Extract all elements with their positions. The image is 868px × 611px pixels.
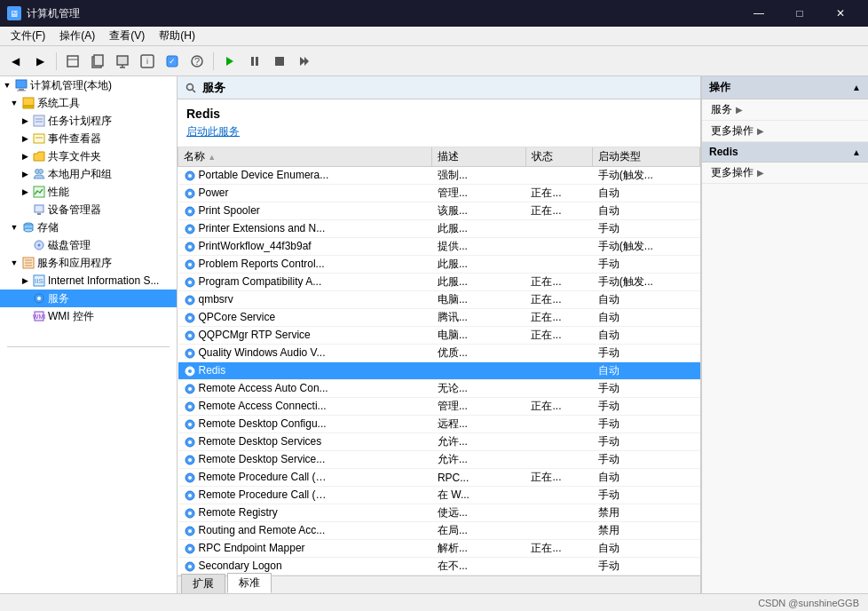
expand-icon-root[interactable]: ▼ (2, 80, 12, 91)
table-row[interactable]: Remote Access Connecti...管理...正在...手动 (178, 398, 700, 416)
svg-text:i: i (146, 57, 148, 66)
toolbar-separator-2 (213, 52, 214, 70)
action-label: 服务 (711, 102, 732, 117)
menu-help[interactable]: 帮助(H) (152, 27, 202, 45)
table-row[interactable]: Remote Registry使远...禁用 (178, 504, 700, 522)
service-name-cell: QQPCMgr RTP Service (178, 327, 432, 345)
service-name-cell: QPCore Service (178, 309, 432, 327)
tree-item-services[interactable]: ▶ 服务 (0, 290, 177, 307)
start-service-link[interactable]: 启动此服务 (186, 124, 691, 139)
svg-line-50 (193, 90, 195, 92)
menu-action[interactable]: 操作(A) (52, 27, 102, 45)
svg-point-92 (188, 529, 192, 533)
table-row[interactable]: Routing and Remote Acc...在局...禁用 (178, 522, 700, 540)
back-button[interactable]: ◀ (4, 50, 27, 73)
toolbar-separator-1 (56, 52, 57, 70)
pause-button[interactable] (243, 50, 266, 73)
right-action-服务[interactable]: 服务▶ (702, 99, 868, 121)
play-button[interactable] (218, 50, 241, 73)
tree-item-disk[interactable]: ▶ 磁盘管理 (0, 236, 177, 254)
table-row[interactable]: RPC Endpoint Mapper解析...正在...自动 (178, 540, 700, 558)
service-status-cell (525, 522, 592, 540)
close-button[interactable]: ✕ (820, 0, 861, 27)
service-name-cell: Program Compatibility A... (178, 274, 432, 291)
tree-item-storage[interactable]: ▼ 存储 (0, 218, 177, 236)
service-status-cell (525, 220, 592, 238)
tree-item-task-scheduler[interactable]: ▶ 任务计划程序 (0, 112, 177, 130)
services-table-container: 名称 ▲ 描述 状态 启动类型 Portable Device Enumera.… (178, 147, 700, 575)
table-row[interactable]: Remote Procedure Call (…RPC...正在...自动 (178, 469, 700, 487)
table-row[interactable]: Remote Procedure Call (…在 W...手动 (178, 487, 700, 504)
tree-item-services-apps[interactable]: ▼ 服务和应用程序 (0, 254, 177, 272)
toolbar-btn-1[interactable] (61, 50, 84, 73)
table-row[interactable]: Remote Desktop Service...允许...手动 (178, 451, 700, 469)
tab-标准[interactable]: 标准 (227, 573, 272, 593)
tree-label-services: 服务 (48, 291, 69, 306)
right-action-更多操作[interactable]: 更多操作▶ (702, 121, 868, 142)
service-startup-cell: 手动 (593, 433, 700, 451)
service-status-cell (525, 362, 592, 380)
action-label: 更多操作 (711, 165, 754, 180)
table-row[interactable]: Portable Device Enumera...强制...手动(触发... (178, 167, 700, 185)
right-section-header[interactable]: Redis▲ (702, 142, 868, 163)
service-startup-cell: 自动 (593, 202, 700, 220)
table-row[interactable]: PrintWorkflow_44f3b9af提供...手动(触发... (178, 238, 700, 256)
tree-item-shared-folders[interactable]: ▶ 共享文件夹 (0, 147, 177, 165)
tree-item-local-users[interactable]: ▶ 本地用户和组 (0, 165, 177, 183)
expand-icon-system[interactable]: ▼ (9, 98, 20, 108)
svg-point-52 (188, 174, 192, 178)
tree-item-device-mgr[interactable]: ▶ 设备管理器 (0, 201, 177, 218)
toolbar-btn-5[interactable]: ✓ (161, 50, 184, 73)
tree-item-event-viewer[interactable]: ▶ 事件查看器 (0, 130, 177, 147)
tree-item-performance[interactable]: ▶ 性能 (0, 183, 177, 201)
service-status-cell (525, 433, 592, 451)
table-row[interactable]: QQPCMgr RTP Service电脑...正在...自动 (178, 327, 700, 345)
forward-button[interactable]: ▶ (28, 50, 51, 73)
toolbar-btn-3[interactable] (111, 50, 134, 73)
table-row[interactable]: QPCore Service腾讯...正在...自动 (178, 309, 700, 327)
toolbar-btn-6[interactable]: ? (185, 50, 209, 73)
stop-button[interactable] (268, 50, 291, 73)
menu-view[interactable]: 查看(V) (102, 27, 152, 45)
expand-icon-event[interactable]: ▶ (20, 133, 30, 144)
tree-item-system-tools[interactable]: ▼ 系统工具 (0, 94, 177, 112)
maximize-button[interactable]: □ (779, 0, 820, 27)
table-row[interactable]: qmbsrv电脑...正在...自动 (178, 291, 700, 309)
table-row[interactable]: Printer Extensions and N...此服...手动 (178, 220, 700, 238)
toolbar-btn-4[interactable]: i (136, 50, 159, 73)
expand-icon-shared[interactable]: ▶ (20, 151, 30, 162)
table-row[interactable]: Quality Windows Audio V...优质...手动 (178, 345, 700, 362)
toolbar-btn-2[interactable] (86, 50, 109, 73)
expand-icon-task[interactable]: ▶ (20, 115, 30, 126)
table-row[interactable]: Power管理...正在...自动 (178, 185, 700, 202)
col-header-status[interactable]: 状态 (525, 147, 592, 167)
col-header-desc[interactable]: 描述 (432, 147, 526, 167)
table-row[interactable]: Problem Reports Control...此服...手动 (178, 256, 700, 274)
table-row[interactable]: Program Compatibility A...此服...正在...手动(触… (178, 274, 700, 291)
expand-icon-storage[interactable]: ▼ (9, 222, 20, 233)
tab-扩展[interactable]: 扩展 (181, 574, 225, 593)
expand-icon-perf[interactable]: ▶ (20, 186, 30, 197)
tree-item-wmi[interactable]: ▶ WMI WMI 控件 (0, 307, 177, 325)
skip-button[interactable] (293, 50, 316, 73)
expand-icon-users[interactable]: ▶ (20, 169, 30, 179)
collapse-icon: ▲ (852, 83, 861, 92)
col-header-startup[interactable]: 启动类型 (593, 147, 700, 167)
table-row[interactable]: Remote Desktop Configu...远程...手动 (178, 416, 700, 433)
tree-item-root[interactable]: ▼ 计算机管理(本地) (0, 76, 177, 94)
table-row[interactable]: Redis自动 (178, 362, 700, 380)
table-row[interactable]: Print Spooler该服...正在...自动 (178, 202, 700, 220)
right-section-header[interactable]: 操作▲ (702, 76, 868, 99)
minimize-button[interactable]: — (738, 0, 779, 27)
tree-item-iis[interactable]: ▶ IIS Internet Information S... (0, 272, 177, 290)
svg-point-94 (188, 547, 192, 551)
expand-icon-iis[interactable]: ▶ (20, 275, 30, 286)
svg-marker-13 (226, 57, 233, 66)
table-row[interactable]: Remote Desktop Services允许...手动 (178, 433, 700, 451)
table-row[interactable]: Remote Access Auto Con...无论...手动 (178, 380, 700, 398)
right-action-更多操作[interactable]: 更多操作▶ (702, 163, 868, 184)
service-status-cell (525, 558, 592, 575)
col-header-name[interactable]: 名称 ▲ (178, 147, 432, 167)
menu-file[interactable]: 文件(F) (4, 27, 52, 45)
expand-icon-svcapps[interactable]: ▼ (9, 258, 20, 268)
